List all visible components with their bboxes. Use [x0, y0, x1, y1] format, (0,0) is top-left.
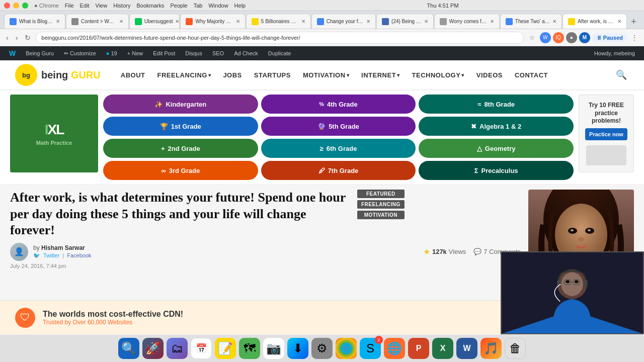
dock-calendar[interactable]: 📅	[191, 338, 212, 359]
dock-trash[interactable]: 🗑	[505, 338, 526, 359]
menu-people[interactable]: People	[170, 3, 187, 9]
tab-close-icon[interactable]: ✕	[552, 19, 556, 24]
menu-file[interactable]: File	[65, 3, 74, 9]
menu-help[interactable]: Help	[234, 3, 246, 9]
site-nav: ABOUT FREELANCING ▾ JOBS STARTUPS MOTIVA…	[116, 68, 614, 82]
tab-close-icon[interactable]: ✕	[56, 19, 60, 24]
maximize-dot[interactable]	[22, 3, 28, 9]
wp-disqus[interactable]: Disqus	[181, 46, 206, 60]
twitter-link[interactable]: Twitter	[43, 252, 59, 259]
bookmark-icon[interactable]: ☆	[527, 32, 538, 43]
tab-worry[interactable]: Worry comes from... ✕	[434, 14, 500, 29]
dock-maps[interactable]: 🗺	[239, 338, 260, 359]
profile-icon[interactable]: M	[579, 32, 590, 43]
dock-excel[interactable]: X	[432, 338, 453, 359]
tab-after-work[interactable]: After work, is wha... ✕	[562, 14, 627, 29]
menu-view[interactable]: View	[96, 3, 108, 9]
dock-launchpad[interactable]: 🚀	[142, 338, 164, 359]
nav-videos[interactable]: VIDEOS	[471, 68, 508, 82]
dock-word[interactable]: W	[456, 338, 477, 359]
site-logo[interactable]: bg being GURU	[15, 64, 101, 86]
wp-logo-item[interactable]: W	[5, 46, 20, 60]
dock-powerpoint[interactable]: P	[408, 338, 429, 359]
extension-icon-3[interactable]: ●	[566, 32, 577, 43]
nav-about[interactable]: ABOUT	[116, 68, 150, 82]
minimize-dot[interactable]	[13, 3, 19, 9]
wp-edit-post[interactable]: Edit Post	[149, 46, 179, 60]
wp-ad-check[interactable]: Ad Check	[230, 46, 262, 60]
tab-close-icon[interactable]: ✕	[119, 19, 123, 24]
forward-button[interactable]: ›	[14, 32, 20, 44]
dock-chrome[interactable]: 🌐	[336, 338, 357, 359]
menu-bookmarks[interactable]: Bookmarks	[136, 3, 164, 9]
wp-customize[interactable]: ✏ Customize	[60, 46, 100, 60]
dock-browser2[interactable]: 🌐	[384, 338, 405, 359]
dock-skype[interactable]: S 2	[360, 338, 381, 359]
grade-precalculus[interactable]: Σ Precalculus	[419, 161, 574, 180]
tab-close-icon[interactable]: ✕	[490, 19, 494, 24]
grade-geometry[interactable]: △ Geometry	[419, 139, 574, 158]
nav-freelancing[interactable]: FREELANCING ▾	[152, 68, 216, 82]
grade-7th[interactable]: 🖊 7th Grade	[261, 161, 416, 180]
practice-now-button[interactable]: Practice now	[585, 128, 627, 140]
nav-internet[interactable]: INTERNET ▾	[356, 68, 405, 82]
dock-photos[interactable]: 📷	[263, 338, 284, 359]
menu-history[interactable]: History	[113, 3, 130, 9]
grade-5th[interactable]: 🔮 5th Grade	[261, 117, 416, 136]
extension-icon-2[interactable]: IQ	[553, 32, 564, 43]
nav-technology[interactable]: TECHNOLOGY ▾	[407, 68, 469, 82]
wp-site-name[interactable]: Being Guru	[22, 46, 58, 60]
nav-contact[interactable]: CONTACT	[510, 68, 553, 82]
nav-startups[interactable]: STARTUPS	[249, 68, 296, 82]
close-dot[interactable]	[4, 3, 10, 9]
grade-algebra[interactable]: ✖ Algebra 1 & 2	[419, 117, 574, 136]
extension-icon-1[interactable]: W	[540, 32, 551, 43]
grade-2nd[interactable]: + 2nd Grade	[103, 139, 258, 158]
menu-tab[interactable]: Tab	[194, 3, 203, 9]
menu-edit[interactable]: Edit	[80, 3, 90, 9]
reload-button[interactable]: ↻	[23, 32, 33, 44]
header-search-icon[interactable]: 🔍	[614, 67, 629, 82]
tab-what-is-blogging[interactable]: What is Blogging? ✕	[4, 14, 65, 29]
svg-point-11	[566, 280, 570, 283]
dock-notes[interactable]: 📝	[215, 338, 236, 359]
dock-folder[interactable]: 🗂	[167, 338, 188, 359]
wp-howdy[interactable]: Howdy, mebeing	[590, 46, 639, 60]
chrome-menu-icon[interactable]: ⋮	[629, 32, 640, 43]
menu-window[interactable]: Window	[208, 3, 228, 9]
wp-duplicate[interactable]: Duplicate	[264, 46, 295, 60]
back-button[interactable]: ‹	[4, 32, 11, 44]
tab-close-icon[interactable]: ✕	[617, 19, 621, 24]
tab-5-billionaires[interactable]: 5 Billionaires Who... ✕	[246, 14, 311, 29]
tab-close-icon[interactable]: ✕	[301, 19, 305, 24]
wp-new[interactable]: + New	[123, 46, 147, 60]
tab-close-icon[interactable]: ✕	[366, 19, 370, 24]
nav-jobs[interactable]: JOBS	[218, 68, 247, 82]
facebook-link[interactable]: Facebook	[67, 252, 91, 259]
grade-4th[interactable]: % 4th Grade	[261, 95, 416, 114]
wp-counter[interactable]: ● 19	[102, 46, 121, 60]
wp-seo[interactable]: SEO	[208, 46, 228, 60]
nav-motivation[interactable]: MOTIVATION ▾	[298, 68, 354, 82]
new-tab-button[interactable]: +	[627, 15, 640, 29]
grade-8th[interactable]: ≈ 8th Grade	[419, 95, 574, 114]
paused-badge[interactable]: ⏸ Paused	[592, 34, 627, 42]
url-bar[interactable]: beingguru.com/2016/07/work-determines-fu…	[36, 32, 523, 44]
grade-1st[interactable]: 🏆 1st Grade	[103, 117, 258, 136]
tab-close-icon[interactable]: ✕	[236, 19, 240, 24]
dock-finder[interactable]: 🔍	[118, 338, 139, 359]
tab-close-icon[interactable]: ✕	[424, 19, 428, 24]
grade-kindergarten[interactable]: ✨ Kindergarten	[103, 95, 258, 114]
dock-appstore[interactable]: ⬇	[287, 338, 308, 359]
tab-content-web[interactable]: Content > Web >... ✕	[66, 14, 129, 29]
tab-why-majority[interactable]: Why Majority Of S... ✕	[180, 14, 245, 29]
dock-settings[interactable]: ⚙	[311, 338, 333, 359]
grade-6th[interactable]: ≥ 6th Grade	[261, 139, 416, 158]
tab-close-icon[interactable]: ✕	[175, 19, 179, 24]
tab-ubersuggest[interactable]: Ubersuggest ✕	[129, 14, 180, 29]
tab-these-two[interactable]: These Two' abilit... ✕	[500, 14, 562, 29]
dock-music[interactable]: 🎵	[480, 338, 502, 359]
tab-change-friends[interactable]: Change your frien... ✕	[311, 14, 376, 29]
tab-being-guru-fb[interactable]: (24) Being Guru ✕	[376, 14, 434, 29]
grade-3rd[interactable]: ∞ 3rd Grade	[103, 161, 258, 180]
